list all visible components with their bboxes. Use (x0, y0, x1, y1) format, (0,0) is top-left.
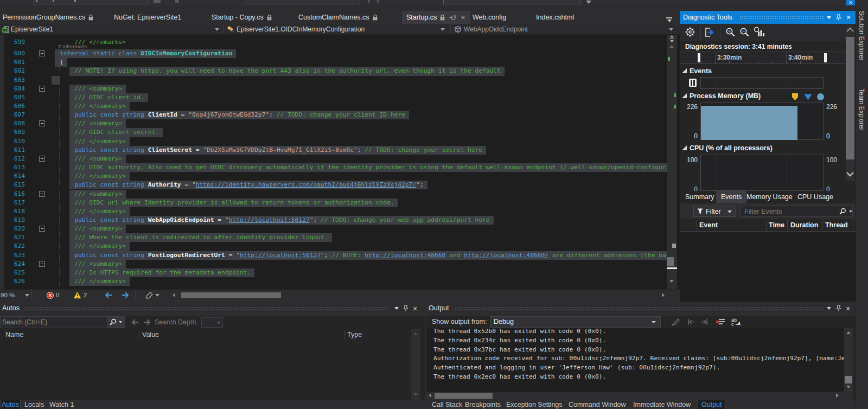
autos-titlebar[interactable]: Autos ✕ (0, 302, 425, 316)
next-message-icon[interactable] (699, 318, 709, 326)
pin-icon[interactable] (403, 305, 409, 312)
output-titlebar[interactable]: Output ✕ (426, 302, 856, 316)
codelens-references[interactable]: 7 references (58, 43, 87, 49)
output-console[interactable]: The thread 0x52b0 has exited with code 0… (426, 328, 844, 392)
export-icon[interactable] (705, 27, 716, 37)
reset-view-icon[interactable] (754, 27, 764, 37)
navigate-back-icon[interactable] (105, 292, 112, 298)
panel-tab-exception-settings[interactable]: Exception Settings (506, 400, 563, 409)
find-message-icon[interactable] (671, 318, 680, 326)
output-vertical-scrollbar[interactable] (844, 328, 853, 392)
column-header-type[interactable]: Type (347, 329, 362, 341)
toolbar-combo-fragment[interactable] (245, 0, 360, 4)
scroll-down-arrow[interactable] (413, 393, 418, 396)
clear-all-icon[interactable] (716, 318, 725, 326)
pin-icon[interactable] (449, 15, 456, 21)
search-back-icon[interactable] (131, 319, 139, 325)
scrollbar-splitter-grip[interactable] (668, 35, 675, 42)
document-tab-nuget-episerversite1[interactable]: NuGet: EpiserverSite1 (114, 11, 181, 24)
pin-icon[interactable] (836, 14, 841, 21)
output-source-combobox[interactable]: Debug (490, 316, 661, 328)
toolbar-combo-fragment[interactable] (34, 0, 149, 4)
panel-tab-command-window[interactable]: Command Window (569, 400, 626, 409)
window-position-icon[interactable] (827, 16, 831, 19)
close-icon[interactable]: ✕ (844, 302, 852, 316)
document-tab-web-config[interactable]: Web.config (473, 11, 506, 24)
window-position-icon[interactable] (827, 307, 831, 310)
cleanup-caret-icon[interactable] (155, 294, 159, 297)
output-horizontal-scrollbar[interactable] (426, 392, 853, 400)
search-button[interactable] (107, 317, 125, 328)
word-wrap-icon[interactable]: ab c (731, 317, 742, 327)
gear-icon[interactable] (685, 27, 695, 37)
zoom-out-icon[interactable] (739, 27, 750, 37)
panel-tab-call-stack[interactable]: Call Stack (432, 400, 462, 409)
code-cleanup-icon[interactable] (145, 292, 153, 299)
close-icon[interactable]: ✕ (461, 15, 465, 21)
column-header-name[interactable]: Name (5, 329, 23, 341)
panel-tab-autos[interactable]: Autos (0, 400, 21, 409)
column-separator[interactable] (139, 330, 139, 340)
autos-search-box[interactable]: Search (Ctrl+E) (0, 316, 125, 328)
scroll-down-arrow[interactable] (846, 386, 851, 388)
search-forward-icon[interactable] (143, 319, 151, 325)
fold-collapse-box[interactable] (39, 120, 45, 126)
panel-tab-breakpoints[interactable]: Breakpoints (465, 400, 501, 409)
code-editor[interactable]: 5996006016026036046056066076086096106116… (0, 35, 680, 289)
close-icon[interactable]: ✕ (411, 302, 419, 316)
hscroll-left-arrow[interactable] (173, 293, 175, 297)
diagnostic-tools-titlebar[interactable]: Diagnostic Tools ✕ (680, 11, 856, 24)
column-header-value[interactable]: Value (142, 329, 159, 341)
toolbar-combo-fragment[interactable] (443, 0, 580, 4)
fold-collapse-box[interactable] (39, 156, 45, 162)
panel-tab-immediate-window[interactable]: Immediate Window (633, 400, 691, 409)
pin-icon[interactable] (836, 305, 841, 312)
scrollbar-thumb[interactable] (435, 393, 493, 399)
fold-collapse-box[interactable] (39, 86, 45, 92)
navigate-forward-icon[interactable] (122, 292, 129, 298)
previous-message-icon[interactable] (687, 318, 696, 326)
fold-collapse-box[interactable] (39, 261, 45, 267)
warning-count[interactable]: 2 (84, 290, 87, 301)
window-position-icon[interactable] (394, 307, 399, 310)
breadcrumb-type[interactable]: EpiserverSite1.OIDCInMemoryConfiguration (224, 24, 450, 35)
breadcrumb-project[interactable]: EpiserverSite1 (0, 24, 223, 35)
scroll-up-arrow[interactable] (846, 331, 851, 334)
diagnostics-timeline-ruler[interactable]: 3:30min3:40min (680, 52, 846, 64)
scrollbar-thumb[interactable] (667, 257, 674, 266)
sidebar-item-team-explorer[interactable]: Team Explorer (858, 88, 865, 130)
column-separator[interactable] (344, 330, 344, 340)
document-tab-startup-cs[interactable]: Startup.cs✕ (402, 11, 470, 24)
panel-tab-watch-1[interactable]: Watch 1 (49, 400, 74, 409)
scrollbar-thumb[interactable] (845, 376, 852, 384)
document-tab-index-cshtml[interactable]: Index.cshtml (536, 11, 574, 24)
autos-vertical-scrollbar[interactable] (411, 329, 420, 400)
hscrollbar-thumb[interactable] (181, 292, 281, 298)
zoom-caret-icon[interactable] (25, 294, 29, 297)
fold-collapse-box[interactable] (39, 50, 45, 56)
autos-grid-body[interactable] (0, 341, 411, 400)
scroll-down-arrow[interactable] (669, 280, 674, 283)
search-depth-combobox[interactable] (201, 317, 223, 328)
panel-tab-output[interactable]: Output (698, 400, 726, 409)
fold-collapse-box[interactable] (39, 191, 45, 197)
hscroll-right-arrow[interactable] (662, 293, 665, 297)
document-tab-permissiongroupnames-cs[interactable]: PermissionGroupNames.cs (3, 11, 93, 24)
ruler-handle-left[interactable] (698, 53, 700, 62)
editor-vertical-scrollbar[interactable] (667, 35, 677, 289)
scroll-up-arrow[interactable] (413, 333, 418, 335)
sidebar-item-solution-explorer[interactable]: Solution Explorer (858, 11, 865, 60)
close-icon[interactable]: ✕ (844, 11, 853, 24)
ruler-handle-right[interactable] (824, 53, 827, 62)
panel-tab-locals[interactable]: Locals (24, 400, 44, 409)
fold-collapse-box[interactable] (39, 226, 45, 232)
zoom-in-icon[interactable] (725, 27, 736, 37)
error-count[interactable]: 0 (56, 290, 59, 301)
scroll-right-arrow[interactable] (836, 393, 839, 398)
zoom-level[interactable]: 90 % (1, 290, 15, 301)
scroll-left-arrow[interactable] (429, 393, 431, 398)
tab-overflow-icon[interactable] (666, 17, 672, 22)
document-tab-startup-copy-cs[interactable]: Startup - Copy.cs (212, 11, 272, 24)
document-tab-customclaimnames-cs[interactable]: CustomClaimNames.cs (298, 11, 378, 24)
breadcrumb-member[interactable]: WebAppOidcEndpoint (451, 24, 680, 35)
